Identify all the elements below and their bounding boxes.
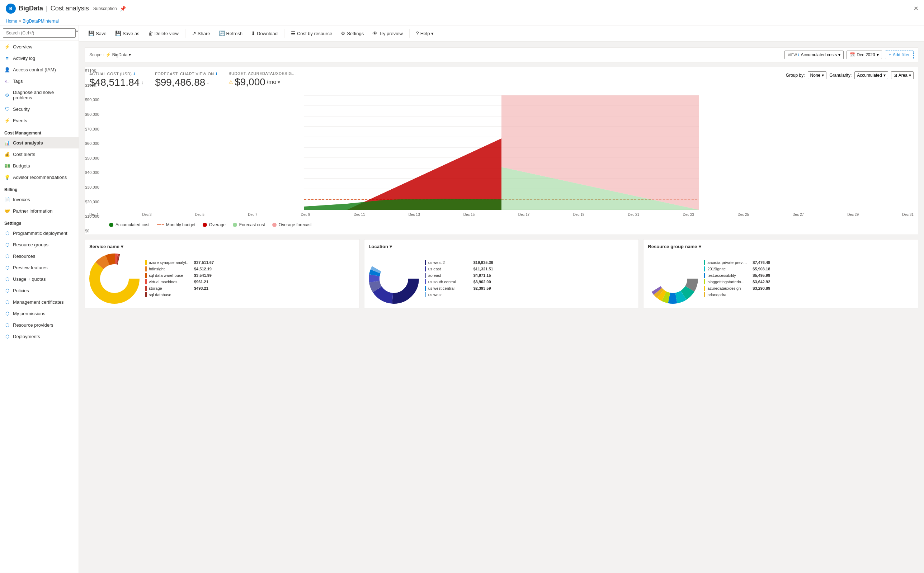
sidebar-item-cost-alerts[interactable]: 💰 Cost alerts bbox=[0, 149, 78, 160]
sidebar-item-advisor[interactable]: 💡 Advisor recommendations bbox=[0, 171, 78, 183]
resource-group-donut-svg bbox=[648, 254, 698, 304]
help-button[interactable]: ? Help ▾ bbox=[412, 28, 438, 38]
save-button[interactable]: 💾 Save bbox=[85, 28, 110, 38]
share-button[interactable]: ↗ Share bbox=[188, 28, 214, 38]
sidebar-item-invoices[interactable]: 📄 Invoices bbox=[0, 194, 78, 205]
app-logo: B bbox=[6, 3, 16, 14]
location-item-4: us west central $2,393.59 bbox=[425, 286, 634, 291]
location-header[interactable]: Location ▾ bbox=[369, 244, 634, 249]
sidebar-item-security[interactable]: 🛡 Security bbox=[0, 103, 78, 115]
sidebar-item-mgmt-certs[interactable]: ⬡ Management certificates bbox=[0, 296, 78, 308]
cost-alerts-icon: 💰 bbox=[4, 151, 10, 157]
rg-item-5: prlanqadra bbox=[704, 292, 914, 297]
sidebar-item-label: Preview features bbox=[13, 265, 48, 270]
overage-area bbox=[347, 138, 501, 210]
sidebar-item-label: Deployments bbox=[13, 334, 40, 339]
sidebar-item-events[interactable]: ⚡ Events bbox=[0, 115, 78, 126]
donut-charts-row: Service name ▾ bbox=[85, 239, 918, 308]
forecast-dot bbox=[233, 223, 237, 227]
sidebar-item-usage-quotas[interactable]: ⬡ Usage + quotas bbox=[0, 273, 78, 285]
rg-item-0: arcadia-private-previ... $7,476.48 bbox=[704, 260, 914, 265]
sidebar-item-resource-providers[interactable]: ⬡ Resource providers bbox=[0, 319, 78, 330]
sidebar-item-activity-log[interactable]: ≡ Activity log bbox=[0, 52, 78, 64]
sidebar-item-tags[interactable]: 🏷 Tags bbox=[0, 75, 78, 87]
forecast-kpi: FORECAST: CHART VIEW ON ℹ $99,486.88 ↓ bbox=[155, 71, 217, 88]
resource-group-header[interactable]: Resource group name ▾ bbox=[648, 244, 914, 249]
forecast-info: ℹ bbox=[216, 71, 218, 76]
advisor-icon: 💡 bbox=[4, 174, 10, 180]
try-preview-button[interactable]: 👁 Try preview bbox=[369, 28, 406, 38]
service-name-legend: azure synapse analyt... $37,511.67 hdins… bbox=[145, 260, 355, 297]
overview-icon: ⚡ bbox=[4, 44, 10, 50]
chart-type-selector[interactable]: ⊡ Area ▾ bbox=[891, 71, 914, 79]
date-chevron: ▾ bbox=[877, 52, 879, 57]
resource-group-card: Resource group name ▾ bbox=[643, 239, 918, 308]
sidebar-item-overview[interactable]: ⚡ Overview bbox=[0, 41, 78, 52]
service-item-1: hdinsight $4,512.19 bbox=[145, 266, 355, 271]
cost-by-resource-button[interactable]: ☰ Cost by resource bbox=[287, 28, 336, 38]
scope-selector[interactable]: Scope : ⚡ BigData ▾ bbox=[89, 52, 131, 57]
delete-view-button[interactable]: 🗑 Delete view bbox=[144, 28, 182, 38]
resource-groups-icon: ⬡ bbox=[4, 242, 10, 247]
page-title-area: BigData | Cost analysis Subscription 📌 bbox=[19, 5, 911, 12]
svg-point-35 bbox=[659, 264, 687, 293]
sidebar-item-resource-groups[interactable]: ⬡ Resource groups bbox=[0, 239, 78, 250]
search-input[interactable] bbox=[3, 28, 76, 38]
sidebar-item-label: Policies bbox=[13, 288, 29, 293]
service-name-header[interactable]: Service name ▾ bbox=[89, 244, 355, 249]
try-preview-icon: 👁 bbox=[372, 30, 377, 36]
overage-forecast-dot bbox=[272, 223, 277, 227]
service-name-donut-svg bbox=[89, 254, 139, 304]
granularity-selector[interactable]: Accumulated ▾ bbox=[854, 71, 888, 79]
sidebar-item-my-permissions[interactable]: ⬡ My permissions bbox=[0, 308, 78, 319]
location-item-0: us west 2 $19,935.36 bbox=[425, 260, 634, 265]
sidebar-item-label: Invoices bbox=[13, 197, 30, 202]
sidebar-item-resources[interactable]: ⬡ Resources bbox=[0, 250, 78, 262]
sidebar-item-budgets[interactable]: 💵 Budgets bbox=[0, 160, 78, 171]
resource-type-label: Subscription bbox=[93, 6, 117, 11]
breadcrumb-home[interactable]: Home bbox=[6, 19, 17, 23]
add-filter-button[interactable]: + Add filter bbox=[885, 50, 914, 59]
legend-overage-forecast: Overage forecast bbox=[272, 222, 312, 227]
toolbar-divider-2 bbox=[284, 29, 285, 38]
legend-overage: Overage bbox=[203, 222, 226, 227]
svg-point-26 bbox=[379, 264, 408, 293]
sidebar-item-deployments[interactable]: ⬡ Deployments bbox=[0, 330, 78, 342]
accumulated-cost-area bbox=[304, 199, 501, 210]
chart-controls: Group by: None ▾ Granularity: Accumulate… bbox=[786, 71, 914, 79]
sidebar-item-programmatic[interactable]: ⬡ Programmatic deployment bbox=[0, 227, 78, 239]
view-selector[interactable]: VIEW ℹ Accumulated costs ▾ bbox=[785, 50, 844, 59]
sidebar-item-preview-features[interactable]: ⬡ Preview features bbox=[0, 262, 78, 273]
page-title: Cost analysis bbox=[50, 5, 89, 12]
policies-icon: ⬡ bbox=[4, 288, 10, 293]
download-button[interactable]: ⬇ Download bbox=[247, 28, 281, 38]
title-separator: | bbox=[46, 5, 48, 12]
cost-analysis-icon: 📊 bbox=[4, 140, 10, 146]
location-item-5: us west bbox=[425, 292, 634, 297]
save-icon: 💾 bbox=[88, 30, 94, 36]
sidebar-item-cost-analysis[interactable]: 📊 Cost analysis bbox=[0, 137, 78, 149]
access-control-icon: 👤 bbox=[4, 67, 10, 72]
sidebar-item-diagnose[interactable]: ⚙ Diagnose and solve problems bbox=[0, 87, 78, 103]
settings-button[interactable]: ⚙ Settings bbox=[337, 28, 367, 38]
date-selector[interactable]: 📅 Dec 2020 ▾ bbox=[847, 50, 882, 59]
chart-body: $110K $100K $90,000 $80,000 $70,000 $60,… bbox=[89, 96, 914, 216]
close-icon[interactable]: ✕ bbox=[914, 5, 918, 12]
group-by-selector[interactable]: None ▾ bbox=[808, 71, 827, 79]
filters-bar: Scope : ⚡ BigData ▾ VIEW ℹ Accumulated c… bbox=[85, 47, 918, 63]
sidebar-item-label: Advisor recommendations bbox=[13, 175, 67, 180]
sidebar-collapse-button[interactable]: « bbox=[76, 28, 78, 34]
usage-quotas-icon: ⬡ bbox=[4, 276, 10, 282]
rg-item-3: bloggettingstartedo... $3,642.92 bbox=[704, 279, 914, 284]
refresh-button[interactable]: 🔄 Refresh bbox=[215, 28, 246, 38]
pin-icon[interactable]: 📌 bbox=[120, 6, 126, 11]
save-as-button[interactable]: 💾 Save as bbox=[111, 28, 143, 38]
location-item-1: us east $11,321.51 bbox=[425, 266, 634, 271]
sidebar-item-label: Management certificates bbox=[13, 299, 64, 305]
refresh-icon: 🔄 bbox=[219, 30, 225, 36]
sidebar-item-access-control[interactable]: 👤 Access control (IAM) bbox=[0, 64, 78, 75]
sidebar-item-partner-info[interactable]: 🤝 Partner information bbox=[0, 205, 78, 216]
sidebar-item-policies[interactable]: ⬡ Policies bbox=[0, 285, 78, 296]
service-item-0: azure synapse analyt... $37,511.67 bbox=[145, 260, 355, 265]
breadcrumb-subscription[interactable]: BigDataPMInternal bbox=[23, 19, 59, 23]
